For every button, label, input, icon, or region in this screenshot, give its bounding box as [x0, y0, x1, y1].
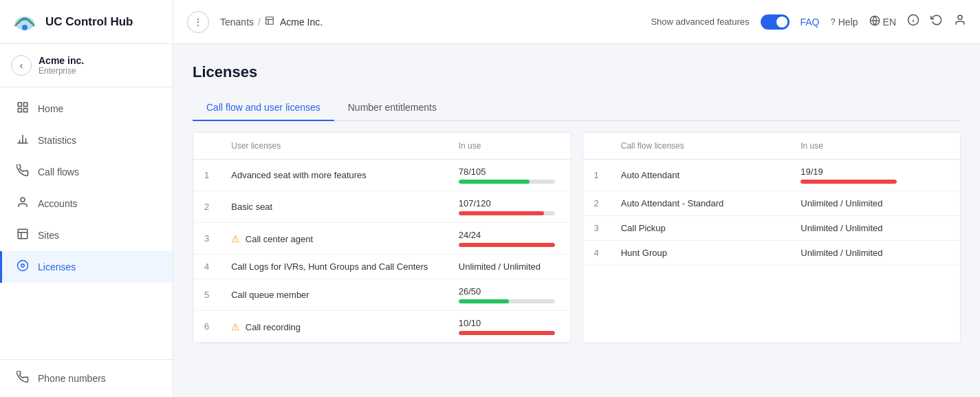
license-tabs: Call flow and user licenses Number entit…: [193, 95, 961, 121]
sidebar-item-phone-numbers-label: Phone numbers: [38, 373, 106, 384]
main-area: ⋮ Tenants / Acme Inc. Show advanced feat…: [173, 0, 980, 397]
sidebar-item-callflows[interactable]: Call flows: [0, 156, 173, 188]
sidebar-item-home-label: Home: [38, 103, 63, 114]
tab-call-flow-licenses[interactable]: Call flow and user licenses: [193, 95, 334, 121]
help-link[interactable]: ? Help: [831, 17, 858, 28]
row-name: Basic seat: [220, 191, 448, 223]
user-license-row: 4 Call Logs for IVRs, Hunt Groups and Ca…: [193, 255, 571, 279]
account-name: Acme inc.: [39, 55, 84, 66]
row-name: Call queue member: [220, 279, 448, 311]
row-in-use: Unlimited / Unlimited: [790, 241, 960, 266]
sidebar-nav: Home Statistics Call flows: [0, 87, 173, 359]
sidebar-account: ‹ Acme inc. Enterprise: [0, 44, 173, 87]
row-name: Call Logs for IVRs, Hunt Groups and Call…: [220, 255, 448, 279]
row-in-use: Unlimited / Unlimited: [448, 255, 571, 279]
call-flow-licenses-table: Call flow licenses In use 1 Auto Attenda…: [583, 133, 961, 266]
user-licenses-table: User licenses In use 1 Advanced seat wit…: [193, 133, 571, 343]
svg-rect-2: [18, 103, 21, 106]
row-in-use: 10/10: [448, 311, 571, 343]
sidebar-bottom: Phone numbers: [0, 359, 173, 397]
row-in-use: Unlimited / Unlimited: [790, 191, 960, 216]
svg-rect-4: [18, 109, 21, 112]
breadcrumb-icon: [265, 16, 274, 28]
row-num: 1: [193, 160, 220, 191]
callflows-icon: [16, 164, 30, 180]
dots-icon: ⋮: [193, 17, 203, 28]
sidebar-item-sites-label: Sites: [38, 230, 59, 241]
content-area: Licenses Call flow and user licenses Num…: [173, 44, 980, 397]
row-num: 4: [583, 241, 610, 266]
row-num: 6: [193, 311, 220, 343]
breadcrumb-current: Acme Inc.: [280, 17, 323, 28]
svg-rect-3: [24, 103, 28, 106]
user-license-row: 1 Advanced seat with more features 78/10…: [193, 160, 571, 191]
svg-point-15: [21, 264, 25, 268]
question-icon: ?: [831, 17, 836, 27]
svg-rect-16: [266, 17, 274, 25]
language-button[interactable]: EN: [869, 15, 896, 28]
warn-icon: ⚠: [231, 233, 240, 244]
sidebar-item-sites[interactable]: Sites: [0, 219, 173, 251]
breadcrumb-separator: /: [258, 17, 261, 28]
topbar: ⋮ Tenants / Acme Inc. Show advanced feat…: [173, 0, 980, 44]
statistics-icon: [16, 133, 30, 148]
tab-number-entitlements[interactable]: Number entitlements: [334, 95, 450, 121]
topbar-actions: Show advanced features FAQ ? Help EN: [651, 14, 966, 30]
sidebar: UC Control Hub ‹ Acme inc. Enterprise Ho…: [0, 0, 173, 397]
user-licenses-panel: User licenses In use 1 Advanced seat wit…: [193, 132, 571, 343]
row-num: 2: [583, 191, 610, 216]
licenses-icon: [16, 259, 30, 275]
breadcrumb: Tenants / Acme Inc.: [220, 16, 640, 28]
sidebar-item-phone-numbers[interactable]: Phone numbers: [0, 363, 173, 394]
row-num: 3: [583, 216, 610, 241]
history-icon[interactable]: [930, 14, 943, 30]
row-name: Auto Attendant - Standard: [610, 191, 790, 216]
row-in-use: 26/50: [448, 279, 571, 311]
user-licenses-num-col: [193, 133, 220, 160]
user-license-row: 5 Call queue member 26/50: [193, 279, 571, 311]
user-avatar-icon[interactable]: [954, 14, 966, 30]
info-icon[interactable]: [907, 14, 919, 30]
advanced-features-label: Show advanced features: [651, 17, 749, 27]
sidebar-item-licenses-label: Licenses: [38, 261, 76, 272]
warn-icon: ⚠: [231, 321, 240, 332]
row-num: 1: [583, 160, 610, 191]
faq-link[interactable]: FAQ: [801, 17, 820, 28]
row-in-use: 78/105: [448, 160, 571, 191]
call-flow-license-row: 2 Auto Attendant - Standard Unlimited / …: [583, 191, 961, 216]
globe-icon: [869, 15, 880, 28]
sidebar-item-statistics[interactable]: Statistics: [0, 125, 173, 156]
row-num: 5: [193, 279, 220, 311]
topbar-menu-button[interactable]: ⋮: [187, 11, 209, 33]
sidebar-item-licenses[interactable]: Licenses: [0, 251, 173, 283]
svg-point-10: [21, 197, 25, 202]
account-back-button[interactable]: ‹: [11, 55, 32, 76]
breadcrumb-tenants[interactable]: Tenants: [220, 17, 254, 28]
page-title: Licenses: [193, 63, 961, 81]
sidebar-item-statistics-label: Statistics: [38, 135, 76, 146]
row-name: ⚠ Call center agent: [220, 223, 448, 255]
row-num: 4: [193, 255, 220, 279]
row-name: Hunt Group: [610, 241, 790, 266]
svg-rect-5: [24, 109, 28, 112]
user-licenses-name-col: User licenses: [220, 133, 448, 160]
row-num: 2: [193, 191, 220, 223]
user-licenses-inuse-col: In use: [448, 133, 571, 160]
row-in-use: 107/120: [448, 191, 571, 223]
svg-point-14: [18, 261, 28, 271]
phone-numbers-icon: [16, 371, 30, 386]
sidebar-logo: UC Control Hub: [0, 0, 173, 44]
advanced-features-toggle[interactable]: [761, 14, 790, 30]
sidebar-item-accounts-label: Accounts: [38, 198, 78, 209]
home-icon: [16, 101, 30, 116]
sidebar-item-home[interactable]: Home: [0, 93, 173, 125]
row-in-use: 19/19: [790, 160, 960, 191]
sites-icon: [16, 228, 30, 243]
user-license-row: 2 Basic seat 107/120: [193, 191, 571, 223]
call-flow-license-row: 3 Call Pickup Unlimited / Unlimited: [583, 216, 961, 241]
license-panels: User licenses In use 1 Advanced seat wit…: [193, 132, 961, 343]
row-name: Auto Attendant: [610, 160, 790, 191]
sidebar-item-accounts[interactable]: Accounts: [0, 188, 173, 219]
account-type: Enterprise: [39, 66, 84, 76]
cf-licenses-name-col: Call flow licenses: [610, 133, 790, 160]
